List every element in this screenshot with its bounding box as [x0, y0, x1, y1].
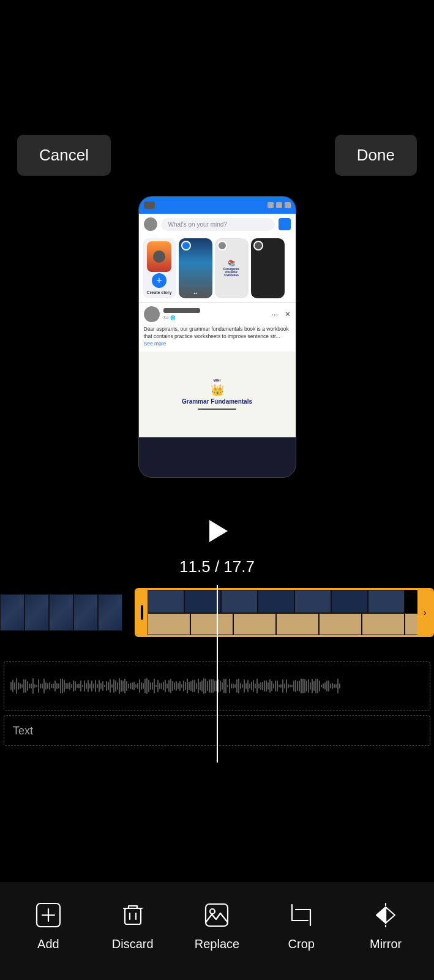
replace-icon	[201, 899, 233, 931]
done-button[interactable]: Done	[335, 135, 417, 176]
phone-notch	[144, 202, 155, 209]
post-close-icon[interactable]: ✕	[285, 310, 291, 318]
cancel-button[interactable]: Cancel	[17, 135, 111, 176]
sel-thumb-b3	[233, 613, 276, 635]
wifi-icon	[268, 202, 274, 208]
sel-thumb-4	[258, 590, 294, 613]
discard-label: Discard	[112, 937, 154, 951]
globe-icon: 🌐	[170, 315, 176, 320]
search-placeholder: What's on your mind?	[168, 221, 227, 228]
post-header: 3d 🌐 ··· ✕	[139, 303, 296, 326]
discard-tool[interactable]: Discard	[102, 899, 163, 951]
sel-thumb-b4	[276, 613, 319, 635]
stories-row: + Create story ●● 📚 Resurgenceof Islamic…	[139, 235, 296, 302]
svg-rect-3	[125, 908, 141, 924]
clip-handle-left[interactable]	[137, 590, 148, 635]
signal-icon	[276, 202, 282, 208]
filmstrip-unselected	[0, 594, 135, 631]
phone-preview: What's on your mind? + Create story ●● 📚…	[138, 196, 296, 478]
film-thumb-5	[98, 594, 122, 631]
mirror-label: Mirror	[370, 937, 402, 951]
create-story-card[interactable]: + Create story	[143, 238, 176, 298]
svg-marker-9	[376, 907, 386, 923]
add-label: Add	[37, 937, 59, 951]
time-separator: /	[215, 557, 223, 576]
sel-thumb-b6	[362, 613, 405, 635]
film-thumb-4	[73, 594, 98, 631]
filmstrip-selected[interactable]: ›	[135, 588, 434, 637]
book-brand: WHI	[214, 379, 221, 382]
phone-status-bar	[139, 197, 296, 214]
phone-status-icons	[268, 202, 291, 208]
crop-label: Crop	[288, 937, 315, 951]
book-subtitle-bar: ▬▬▬▬▬▬▬▬▬	[198, 406, 236, 410]
discard-icon	[117, 899, 149, 931]
story-card-2[interactable]: 📚 Resurgenceof IslamicCivilization	[215, 238, 249, 298]
create-story-plus-icon: +	[152, 273, 166, 288]
sel-thumb-6	[331, 590, 368, 613]
facebook-search-row: What's on your mind?	[139, 214, 296, 235]
bottom-toolbar: Add Discard Replace	[0, 882, 434, 980]
sel-thumb-7	[368, 590, 405, 613]
search-input[interactable]: What's on your mind?	[161, 218, 275, 231]
total-time: 17.7	[223, 557, 255, 576]
sel-thumb-b1	[148, 613, 190, 635]
post-username-bar	[163, 308, 200, 313]
svg-point-7	[210, 909, 215, 914]
sel-thumb-b5	[319, 613, 362, 635]
replace-label: Replace	[195, 937, 239, 951]
sel-thumb-b2	[190, 613, 233, 635]
time-display: 11.5 / 17.7	[179, 557, 255, 576]
sel-thumb-2	[184, 590, 221, 613]
post-card: 3d 🌐 ··· ✕ Dear aspirants, our grammar f…	[139, 302, 296, 437]
add-tool[interactable]: Add	[18, 899, 79, 951]
see-more-link[interactable]: See more	[144, 341, 166, 347]
crop-icon	[285, 899, 317, 931]
playhead	[217, 585, 218, 763]
svg-marker-10	[386, 907, 395, 923]
book-crown-icon: 👑	[211, 383, 224, 397]
film-thumb-3	[49, 594, 73, 631]
book-title: Grammar Fundamentals	[182, 398, 252, 405]
story-card-1[interactable]: ●●	[179, 238, 212, 298]
sel-thumb-5	[294, 590, 331, 613]
add-icon	[32, 899, 64, 931]
create-story-label: Create story	[147, 290, 172, 295]
text-track-label: Text	[13, 725, 33, 737]
post-avatar	[144, 306, 160, 322]
replace-tool[interactable]: Replace	[186, 899, 247, 951]
film-thumb-1	[0, 594, 24, 631]
sel-thumb-1	[148, 590, 184, 613]
mirror-tool[interactable]: Mirror	[355, 899, 416, 951]
messenger-icon	[279, 218, 291, 230]
post-date: 3d	[163, 315, 169, 320]
current-time: 11.5	[179, 557, 211, 576]
svg-rect-6	[206, 904, 228, 926]
story-card-3[interactable]	[251, 238, 285, 298]
post-image: WHI 👑 Grammar Fundamentals ▬▬▬▬▬▬▬▬▬	[139, 352, 296, 437]
play-triangle-icon	[209, 520, 228, 542]
sel-thumb-b7	[405, 613, 417, 635]
crop-tool[interactable]: Crop	[271, 899, 332, 951]
post-more-icon[interactable]: ···	[271, 309, 279, 319]
selected-film-bottom	[148, 613, 417, 635]
post-date-row: 3d 🌐	[163, 315, 268, 320]
film-thumb-2	[24, 594, 49, 631]
battery-icon	[285, 202, 291, 208]
user-avatar-small	[144, 217, 157, 231]
post-meta: 3d 🌐	[163, 308, 268, 320]
post-text: Dear aspirants, our grammar fundamentals…	[139, 326, 296, 352]
sel-thumb-3	[221, 590, 258, 613]
clip-handle-right[interactable]: ›	[417, 590, 432, 635]
top-bar: Cancel Done	[0, 135, 434, 176]
selected-film-content	[148, 590, 417, 635]
selected-film-top	[148, 590, 417, 613]
play-button[interactable]	[201, 514, 234, 548]
mirror-icon	[370, 899, 402, 931]
